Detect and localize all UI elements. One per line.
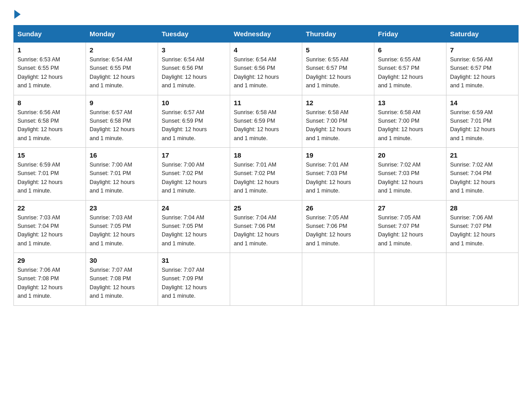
day-info: Sunrise: 7:05 AMSunset: 7:06 PMDaylight:… [306, 214, 370, 248]
calendar-day-cell: 4Sunrise: 6:54 AMSunset: 6:56 PMDaylight… [230, 43, 302, 95]
calendar-day-cell: 30Sunrise: 7:07 AMSunset: 7:08 PMDayligh… [86, 253, 158, 306]
day-number: 23 [90, 204, 154, 212]
calendar-day-cell: 24Sunrise: 7:04 AMSunset: 7:05 PMDayligh… [158, 200, 230, 253]
day-info: Sunrise: 6:57 AMSunset: 6:58 PMDaylight:… [90, 108, 154, 143]
calendar-day-cell: 28Sunrise: 7:06 AMSunset: 7:07 PMDayligh… [446, 200, 519, 253]
day-number: 4 [234, 46, 298, 54]
day-info: Sunrise: 7:01 AMSunset: 7:03 PMDaylight:… [306, 161, 370, 196]
day-number: 7 [450, 46, 515, 54]
day-info: Sunrise: 6:56 AMSunset: 6:57 PMDaylight:… [450, 56, 515, 90]
day-info: Sunrise: 6:59 AMSunset: 7:01 PMDaylight:… [17, 161, 82, 196]
calendar-day-cell: 26Sunrise: 7:05 AMSunset: 7:06 PMDayligh… [302, 200, 374, 253]
day-number: 26 [306, 204, 370, 212]
day-info: Sunrise: 7:03 AMSunset: 7:04 PMDaylight:… [17, 214, 82, 248]
day-info: Sunrise: 7:07 AMSunset: 7:08 PMDaylight:… [90, 266, 154, 301]
day-number: 30 [90, 257, 154, 264]
calendar-week-row: 1Sunrise: 6:53 AMSunset: 6:55 PMDaylight… [14, 43, 519, 95]
day-info: Sunrise: 7:01 AMSunset: 7:02 PMDaylight:… [234, 161, 298, 196]
day-number: 15 [17, 151, 82, 159]
day-info: Sunrise: 7:07 AMSunset: 7:09 PMDaylight:… [162, 266, 226, 301]
day-info: Sunrise: 6:53 AMSunset: 6:55 PMDaylight:… [17, 56, 82, 90]
day-number: 24 [162, 204, 226, 212]
column-header-wednesday: Wednesday [230, 26, 302, 43]
calendar-day-cell: 9Sunrise: 6:57 AMSunset: 6:58 PMDaylight… [86, 95, 158, 148]
calendar-day-cell: 10Sunrise: 6:57 AMSunset: 6:59 PMDayligh… [158, 95, 230, 148]
calendar-day-cell: 19Sunrise: 7:01 AMSunset: 7:03 PMDayligh… [302, 148, 374, 201]
column-header-tuesday: Tuesday [158, 26, 230, 43]
day-number: 11 [234, 99, 298, 107]
calendar-table: SundayMondayTuesdayWednesdayThursdayFrid… [13, 25, 519, 306]
day-info: Sunrise: 6:56 AMSunset: 6:58 PMDaylight:… [17, 108, 82, 143]
calendar-day-cell: 1Sunrise: 6:53 AMSunset: 6:55 PMDaylight… [14, 43, 86, 95]
page-header [13, 9, 519, 17]
day-info: Sunrise: 6:58 AMSunset: 6:59 PMDaylight:… [234, 108, 298, 143]
day-number: 14 [450, 99, 515, 107]
day-info: Sunrise: 6:57 AMSunset: 6:59 PMDaylight:… [162, 108, 226, 143]
calendar-week-row: 8Sunrise: 6:56 AMSunset: 6:58 PMDaylight… [14, 95, 519, 148]
day-number: 19 [306, 151, 370, 159]
calendar-day-cell: 12Sunrise: 6:58 AMSunset: 7:00 PMDayligh… [302, 95, 374, 148]
day-info: Sunrise: 7:06 AMSunset: 7:08 PMDaylight:… [17, 266, 82, 301]
day-number: 28 [450, 204, 515, 212]
day-number: 9 [90, 99, 154, 107]
calendar-day-cell: 23Sunrise: 7:03 AMSunset: 7:05 PMDayligh… [86, 200, 158, 253]
day-info: Sunrise: 7:00 AMSunset: 7:01 PMDaylight:… [90, 161, 154, 196]
calendar-week-row: 29Sunrise: 7:06 AMSunset: 7:08 PMDayligh… [14, 253, 519, 306]
day-info: Sunrise: 7:04 AMSunset: 7:05 PMDaylight:… [162, 214, 226, 248]
calendar-week-row: 15Sunrise: 6:59 AMSunset: 7:01 PMDayligh… [14, 148, 519, 201]
column-header-monday: Monday [86, 26, 158, 43]
day-info: Sunrise: 7:00 AMSunset: 7:02 PMDaylight:… [162, 161, 226, 196]
day-number: 22 [17, 204, 82, 212]
day-info: Sunrise: 7:02 AMSunset: 7:03 PMDaylight:… [378, 161, 442, 196]
day-info: Sunrise: 6:54 AMSunset: 6:55 PMDaylight:… [90, 56, 154, 90]
calendar-day-cell: 11Sunrise: 6:58 AMSunset: 6:59 PMDayligh… [230, 95, 302, 148]
day-info: Sunrise: 6:58 AMSunset: 7:00 PMDaylight:… [306, 108, 370, 143]
calendar-day-cell: 6Sunrise: 6:55 AMSunset: 6:57 PMDaylight… [374, 43, 446, 95]
calendar-day-cell: 14Sunrise: 6:59 AMSunset: 7:01 PMDayligh… [446, 95, 519, 148]
day-info: Sunrise: 6:59 AMSunset: 7:01 PMDaylight:… [450, 108, 515, 143]
calendar-day-cell: 20Sunrise: 7:02 AMSunset: 7:03 PMDayligh… [374, 148, 446, 201]
day-number: 5 [306, 46, 370, 54]
day-number: 20 [378, 151, 442, 159]
calendar-day-cell: 25Sunrise: 7:04 AMSunset: 7:06 PMDayligh… [230, 200, 302, 253]
day-number: 25 [234, 204, 298, 212]
day-number: 17 [162, 151, 226, 159]
day-info: Sunrise: 7:05 AMSunset: 7:07 PMDaylight:… [378, 214, 442, 248]
day-number: 21 [450, 151, 515, 159]
calendar-day-cell: 27Sunrise: 7:05 AMSunset: 7:07 PMDayligh… [374, 200, 446, 253]
day-number: 2 [90, 46, 154, 54]
calendar-day-cell: 22Sunrise: 7:03 AMSunset: 7:04 PMDayligh… [14, 200, 86, 253]
calendar-day-cell: 21Sunrise: 7:02 AMSunset: 7:04 PMDayligh… [446, 148, 519, 201]
day-info: Sunrise: 6:55 AMSunset: 6:57 PMDaylight:… [378, 56, 442, 90]
day-info: Sunrise: 7:06 AMSunset: 7:07 PMDaylight:… [450, 214, 515, 248]
logo [13, 9, 21, 17]
calendar-day-cell: 2Sunrise: 6:54 AMSunset: 6:55 PMDaylight… [86, 43, 158, 95]
day-number: 3 [162, 46, 226, 54]
day-number: 12 [306, 99, 370, 107]
calendar-header-row: SundayMondayTuesdayWednesdayThursdayFrid… [14, 26, 519, 43]
calendar-day-cell: 15Sunrise: 6:59 AMSunset: 7:01 PMDayligh… [14, 148, 86, 201]
calendar-day-cell: 3Sunrise: 6:54 AMSunset: 6:56 PMDaylight… [158, 43, 230, 95]
calendar-week-row: 22Sunrise: 7:03 AMSunset: 7:04 PMDayligh… [14, 200, 519, 253]
day-info: Sunrise: 7:03 AMSunset: 7:05 PMDaylight:… [90, 214, 154, 248]
day-number: 27 [378, 204, 442, 212]
day-info: Sunrise: 6:58 AMSunset: 7:00 PMDaylight:… [378, 108, 442, 143]
day-info: Sunrise: 7:02 AMSunset: 7:04 PMDaylight:… [450, 161, 515, 196]
calendar-day-cell: 17Sunrise: 7:00 AMSunset: 7:02 PMDayligh… [158, 148, 230, 201]
calendar-day-cell: 29Sunrise: 7:06 AMSunset: 7:08 PMDayligh… [14, 253, 86, 306]
day-number: 8 [17, 99, 82, 107]
calendar-day-cell [446, 253, 519, 306]
day-number: 29 [17, 257, 82, 264]
day-info: Sunrise: 7:04 AMSunset: 7:06 PMDaylight:… [234, 214, 298, 248]
calendar-day-cell: 5Sunrise: 6:55 AMSunset: 6:57 PMDaylight… [302, 43, 374, 95]
column-header-sunday: Sunday [14, 26, 86, 43]
column-header-thursday: Thursday [302, 26, 374, 43]
day-info: Sunrise: 6:54 AMSunset: 6:56 PMDaylight:… [234, 56, 298, 90]
day-number: 6 [378, 46, 442, 54]
column-header-saturday: Saturday [446, 26, 519, 43]
calendar-day-cell: 18Sunrise: 7:01 AMSunset: 7:02 PMDayligh… [230, 148, 302, 201]
day-number: 18 [234, 151, 298, 159]
day-info: Sunrise: 6:54 AMSunset: 6:56 PMDaylight:… [162, 56, 226, 90]
calendar-day-cell: 8Sunrise: 6:56 AMSunset: 6:58 PMDaylight… [14, 95, 86, 148]
calendar-day-cell [230, 253, 302, 306]
